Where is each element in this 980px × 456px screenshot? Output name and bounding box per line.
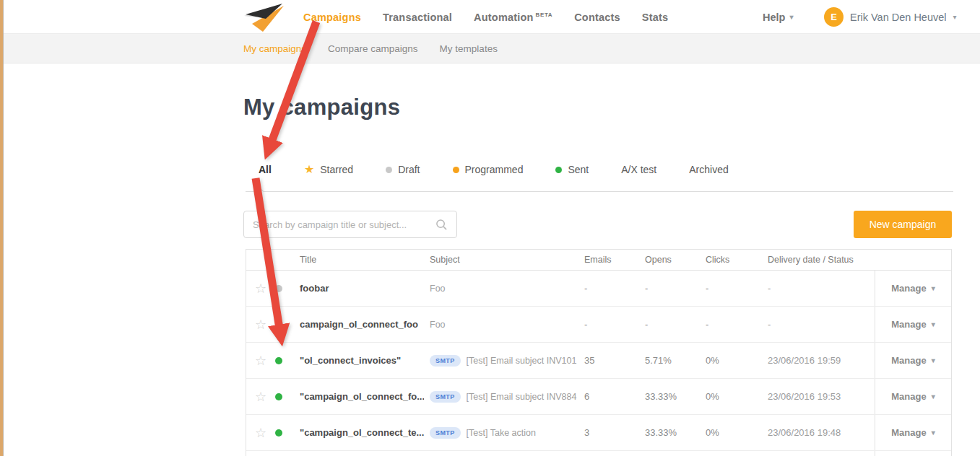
status-dot (275, 429, 282, 437)
sent-status-dot-icon (555, 167, 562, 173)
emails-count: 3 (577, 427, 638, 438)
campaign-subject: Foo (430, 320, 446, 330)
chevron-down-icon: ▾ (953, 14, 957, 21)
table-row: ☆ "campaign_ol_connect_fo... SMTP[Test] … (246, 379, 951, 415)
filter-tab-all[interactable]: All (259, 164, 272, 175)
emails-count: - (577, 319, 638, 330)
app-window: Campaigns Transactional AutomationBETA C… (0, 0, 980, 456)
nav-item-transactional[interactable]: Transactional (383, 12, 452, 23)
chevron-down-icon: ▾ (932, 393, 935, 400)
filter-tab-archived[interactable]: Archived (689, 164, 728, 175)
subnav-item-compare-campaigns[interactable]: Compare campaigns (328, 43, 418, 54)
star-toggle-icon[interactable]: ☆ (246, 354, 275, 367)
table-row: ☆ "ol_connect_invoices" SMTP[Test] Email… (246, 343, 951, 379)
col-header-emails: Emails (577, 255, 638, 265)
emails-count: - (577, 283, 638, 294)
manage-button[interactable]: Manage▾ (875, 307, 951, 342)
filter-tab-sent[interactable]: Sent (555, 164, 589, 175)
delivery-date: 23/06/2016 19:59 (759, 355, 875, 366)
campaign-title[interactable]: foobar (294, 283, 424, 294)
nav-item-contacts[interactable]: Contacts (574, 12, 620, 23)
logo-icon[interactable] (243, 2, 285, 32)
clicks-rate: - (698, 283, 759, 294)
subnav-item-my-campaigns[interactable]: My campaigns (243, 43, 306, 54)
delivery-date: - (759, 319, 875, 330)
user-name: Erik Van Den Heuvel (850, 12, 947, 23)
smtp-badge: SMTP (430, 355, 461, 367)
new-campaign-button[interactable]: New campaign (854, 211, 952, 238)
smtp-badge: SMTP (430, 391, 461, 403)
help-menu[interactable]: Help ▾ (763, 0, 793, 34)
nav-item-automation[interactable]: AutomationBETA (474, 12, 552, 23)
manage-button[interactable]: Manage▾ (875, 343, 951, 378)
user-menu[interactable]: E Erik Van Den Heuvel ▾ (824, 0, 957, 34)
campaign-subject: [Test] Take action (467, 428, 536, 438)
nav-item-campaigns[interactable]: Campaigns (303, 12, 361, 23)
campaign-subject: [Test] Email subject INV101... (467, 356, 577, 366)
campaigns-table: Title Subject Emails Opens Clicks Delive… (246, 249, 952, 456)
campaign-title[interactable]: "campaign_ol_connect_te... (294, 427, 424, 438)
campaign-title[interactable]: "ol_connect_invoices" (294, 355, 424, 366)
opens-rate: - (638, 319, 698, 330)
nav-item-stats[interactable]: Stats (642, 12, 668, 23)
opens-rate: 5.71% (638, 355, 698, 366)
filter-tab-programmed[interactable]: Programmed (453, 164, 524, 175)
col-header-delivery: Delivery date / Status (759, 255, 875, 265)
sub-nav: My campaigns Compare campaigns My templa… (0, 34, 980, 63)
beta-badge: BETA (536, 12, 553, 18)
status-dot (275, 285, 282, 292)
star-toggle-icon[interactable]: ☆ (246, 282, 275, 295)
sub-nav-links: My campaigns Compare campaigns My templa… (243, 34, 498, 63)
col-header-title: Title (294, 255, 424, 265)
top-nav: Campaigns Transactional AutomationBETA C… (0, 0, 980, 34)
manage-button[interactable]: Manage▾ (875, 379, 951, 414)
opens-rate: 33.33% (638, 391, 698, 402)
manage-button[interactable]: Manage▾ (875, 415, 951, 450)
search-box (243, 211, 457, 238)
table-row-partial (246, 451, 951, 456)
clicks-rate: 0% (698, 427, 759, 438)
star-toggle-icon[interactable]: ☆ (246, 390, 275, 403)
col-header-opens: Opens (638, 255, 698, 265)
manage-button[interactable] (875, 451, 951, 456)
status-dot (275, 393, 282, 400)
manage-button[interactable]: Manage▾ (875, 271, 951, 306)
status-filter-tabs: All ★Starred Draft Programmed Sent A/X t… (259, 164, 729, 175)
campaign-title[interactable]: campaign_ol_connect_foo (294, 319, 424, 330)
opens-rate: - (638, 283, 698, 294)
star-toggle-icon[interactable]: ☆ (246, 426, 275, 439)
delivery-date: - (759, 283, 875, 294)
clicks-rate: 0% (698, 391, 759, 402)
col-header-clicks: Clicks (698, 255, 759, 265)
table-row: ☆ campaign_ol_connect_foo Foo - - - - Ma… (246, 307, 951, 343)
filter-tab-ax-test[interactable]: A/X test (621, 164, 656, 175)
chevron-down-icon: ▾ (932, 285, 935, 292)
search-input[interactable] (253, 219, 435, 230)
filter-tab-draft[interactable]: Draft (386, 164, 420, 175)
table-row: ☆ "campaign_ol_connect_te... SMTP[Test] … (246, 415, 951, 451)
programmed-status-dot-icon (453, 167, 459, 173)
avatar: E (824, 7, 844, 27)
left-edge-strip (0, 0, 4, 456)
search-icon (435, 219, 448, 231)
status-dot (275, 321, 282, 328)
campaign-subject: [Test] Email subject INV884... (467, 392, 577, 402)
page-title: My campaigns (243, 95, 400, 120)
subnav-item-my-templates[interactable]: My templates (440, 43, 498, 54)
draft-status-dot-icon (386, 167, 392, 173)
filter-tab-starred[interactable]: ★Starred (304, 164, 353, 175)
campaign-subject: Foo (430, 284, 446, 294)
active-tab-notch (253, 186, 264, 196)
emails-count: 6 (577, 391, 638, 402)
campaign-title[interactable]: "campaign_ol_connect_fo... (294, 391, 424, 402)
delivery-date: 23/06/2016 19:48 (759, 427, 875, 438)
help-label: Help (763, 12, 785, 23)
clicks-rate: 0% (698, 355, 759, 366)
star-toggle-icon[interactable]: ☆ (246, 318, 275, 331)
delivery-date: 23/06/2016 19:53 (759, 391, 875, 402)
status-dot (275, 357, 282, 364)
chevron-down-icon: ▾ (932, 321, 935, 328)
col-header-subject: Subject (424, 255, 577, 265)
chevron-down-icon: ▾ (932, 357, 935, 364)
star-icon: ★ (304, 164, 314, 175)
